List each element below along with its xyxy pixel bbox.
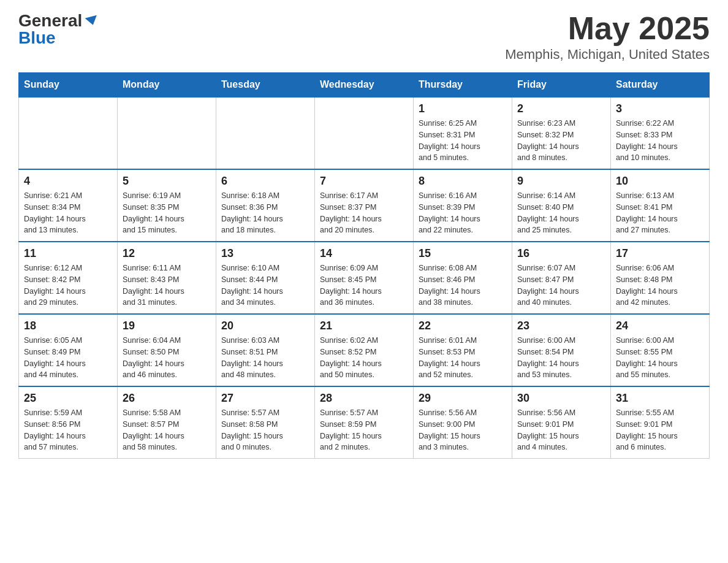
calendar-cell-6: 6Sunrise: 6:18 AM Sunset: 8:36 PM Daylig… [216, 169, 315, 242]
day-number: 26 [123, 392, 211, 405]
calendar-cell-12: 12Sunrise: 6:11 AM Sunset: 8:43 PM Dayli… [118, 242, 216, 314]
calendar-cell-1: 1Sunrise: 6:25 AM Sunset: 8:31 PM Daylig… [414, 97, 512, 169]
day-info: Sunrise: 6:06 AM Sunset: 8:48 PM Dayligh… [616, 262, 704, 308]
calendar-cell-24: 24Sunrise: 6:00 AM Sunset: 8:55 PM Dayli… [611, 314, 710, 386]
day-number: 27 [221, 392, 309, 405]
calendar-cell-empty-0-1 [118, 97, 216, 169]
logo-blue-text: Blue [18, 29, 56, 47]
day-info: Sunrise: 6:12 AM Sunset: 8:42 PM Dayligh… [24, 262, 112, 308]
calendar-cell-29: 29Sunrise: 5:56 AM Sunset: 9:00 PM Dayli… [414, 386, 512, 459]
calendar-cell-9: 9Sunrise: 6:14 AM Sunset: 8:40 PM Daylig… [512, 169, 611, 242]
day-number: 5 [123, 175, 211, 188]
day-info: Sunrise: 6:01 AM Sunset: 8:53 PM Dayligh… [419, 335, 507, 381]
calendar-cell-5: 5Sunrise: 6:19 AM Sunset: 8:35 PM Daylig… [118, 169, 216, 242]
day-number: 10 [616, 175, 704, 188]
calendar-cell-2: 2Sunrise: 6:23 AM Sunset: 8:32 PM Daylig… [512, 97, 611, 169]
week-row-4: 18Sunrise: 6:05 AM Sunset: 8:49 PM Dayli… [19, 314, 710, 386]
day-info: Sunrise: 6:16 AM Sunset: 8:39 PM Dayligh… [419, 190, 507, 236]
weekday-header-monday: Monday [118, 73, 216, 98]
day-number: 4 [24, 175, 112, 188]
day-info: Sunrise: 6:21 AM Sunset: 8:34 PM Dayligh… [24, 190, 112, 236]
day-info: Sunrise: 6:07 AM Sunset: 8:47 PM Dayligh… [517, 262, 605, 308]
weekday-header-tuesday: Tuesday [216, 73, 315, 98]
day-number: 8 [419, 175, 507, 188]
weekday-header-wednesday: Wednesday [315, 73, 414, 98]
calendar-cell-20: 20Sunrise: 6:03 AM Sunset: 8:51 PM Dayli… [216, 314, 315, 386]
day-number: 15 [419, 247, 507, 260]
weekday-header-sunday: Sunday [19, 73, 118, 98]
day-number: 13 [221, 247, 309, 260]
day-info: Sunrise: 6:14 AM Sunset: 8:40 PM Dayligh… [517, 190, 605, 236]
logo: General Blue [18, 12, 98, 47]
calendar-cell-8: 8Sunrise: 6:16 AM Sunset: 8:39 PM Daylig… [414, 169, 512, 242]
month-title: May 2025 [505, 12, 710, 44]
day-number: 18 [24, 320, 112, 332]
calendar-cell-17: 17Sunrise: 6:06 AM Sunset: 8:48 PM Dayli… [611, 242, 710, 314]
day-info: Sunrise: 6:00 AM Sunset: 8:54 PM Dayligh… [517, 335, 605, 381]
calendar-header-row: SundayMondayTuesdayWednesdayThursdayFrid… [19, 73, 710, 98]
calendar-cell-21: 21Sunrise: 6:02 AM Sunset: 8:52 PM Dayli… [315, 314, 414, 386]
day-number: 17 [616, 247, 704, 260]
calendar-table: SundayMondayTuesdayWednesdayThursdayFrid… [18, 72, 710, 459]
day-info: Sunrise: 6:04 AM Sunset: 8:50 PM Dayligh… [123, 335, 211, 381]
calendar-cell-7: 7Sunrise: 6:17 AM Sunset: 8:37 PM Daylig… [315, 169, 414, 242]
day-number: 25 [24, 392, 112, 405]
calendar-cell-empty-0-0 [19, 97, 118, 169]
calendar-cell-empty-0-3 [315, 97, 414, 169]
calendar-cell-28: 28Sunrise: 5:57 AM Sunset: 8:59 PM Dayli… [315, 386, 414, 459]
calendar-cell-18: 18Sunrise: 6:05 AM Sunset: 8:49 PM Dayli… [19, 314, 118, 386]
day-info: Sunrise: 5:59 AM Sunset: 8:56 PM Dayligh… [24, 407, 112, 453]
calendar-cell-25: 25Sunrise: 5:59 AM Sunset: 8:56 PM Dayli… [19, 386, 118, 459]
weekday-header-friday: Friday [512, 73, 611, 98]
day-number: 28 [320, 392, 408, 405]
day-number: 22 [419, 320, 507, 332]
calendar-cell-19: 19Sunrise: 6:04 AM Sunset: 8:50 PM Dayli… [118, 314, 216, 386]
day-info: Sunrise: 5:57 AM Sunset: 8:59 PM Dayligh… [320, 407, 408, 453]
day-number: 6 [221, 175, 309, 188]
day-number: 30 [517, 392, 605, 405]
location-title: Memphis, Michigan, United States [505, 47, 710, 63]
day-number: 16 [517, 247, 605, 260]
calendar-cell-10: 10Sunrise: 6:13 AM Sunset: 8:41 PM Dayli… [611, 169, 710, 242]
week-row-1: 1Sunrise: 6:25 AM Sunset: 8:31 PM Daylig… [19, 97, 710, 169]
day-info: Sunrise: 6:18 AM Sunset: 8:36 PM Dayligh… [221, 190, 309, 236]
day-number: 31 [616, 392, 704, 405]
calendar-cell-15: 15Sunrise: 6:08 AM Sunset: 8:46 PM Dayli… [414, 242, 512, 314]
week-row-2: 4Sunrise: 6:21 AM Sunset: 8:34 PM Daylig… [19, 169, 710, 242]
logo-general-text: General [18, 12, 82, 29]
day-info: Sunrise: 6:02 AM Sunset: 8:52 PM Dayligh… [320, 335, 408, 381]
calendar-cell-empty-0-2 [216, 97, 315, 169]
calendar-cell-27: 27Sunrise: 5:57 AM Sunset: 8:58 PM Dayli… [216, 386, 315, 459]
day-number: 12 [123, 247, 211, 260]
title-block: May 2025 Memphis, Michigan, United State… [505, 12, 710, 63]
week-row-3: 11Sunrise: 6:12 AM Sunset: 8:42 PM Dayli… [19, 242, 710, 314]
weekday-header-saturday: Saturday [611, 73, 710, 98]
day-info: Sunrise: 5:58 AM Sunset: 8:57 PM Dayligh… [123, 407, 211, 453]
calendar-cell-23: 23Sunrise: 6:00 AM Sunset: 8:54 PM Dayli… [512, 314, 611, 386]
day-number: 2 [517, 102, 605, 115]
calendar-cell-26: 26Sunrise: 5:58 AM Sunset: 8:57 PM Dayli… [118, 386, 216, 459]
day-number: 19 [123, 320, 211, 332]
day-number: 21 [320, 320, 408, 332]
day-number: 29 [419, 392, 507, 405]
day-info: Sunrise: 6:19 AM Sunset: 8:35 PM Dayligh… [123, 190, 211, 236]
day-info: Sunrise: 5:55 AM Sunset: 9:01 PM Dayligh… [616, 407, 704, 453]
day-info: Sunrise: 6:10 AM Sunset: 8:44 PM Dayligh… [221, 262, 309, 308]
weekday-header-thursday: Thursday [414, 73, 512, 98]
day-number: 14 [320, 247, 408, 260]
calendar-cell-14: 14Sunrise: 6:09 AM Sunset: 8:45 PM Dayli… [315, 242, 414, 314]
day-number: 9 [517, 175, 605, 188]
day-number: 24 [616, 320, 704, 332]
day-info: Sunrise: 6:17 AM Sunset: 8:37 PM Dayligh… [320, 190, 408, 236]
calendar-cell-30: 30Sunrise: 5:56 AM Sunset: 9:01 PM Dayli… [512, 386, 611, 459]
day-info: Sunrise: 5:56 AM Sunset: 9:01 PM Dayligh… [517, 407, 605, 453]
day-info: Sunrise: 5:57 AM Sunset: 8:58 PM Dayligh… [221, 407, 309, 453]
day-number: 1 [419, 102, 507, 115]
day-info: Sunrise: 6:22 AM Sunset: 8:33 PM Dayligh… [616, 118, 704, 164]
calendar-cell-31: 31Sunrise: 5:55 AM Sunset: 9:01 PM Dayli… [611, 386, 710, 459]
calendar-cell-13: 13Sunrise: 6:10 AM Sunset: 8:44 PM Dayli… [216, 242, 315, 314]
calendar-cell-11: 11Sunrise: 6:12 AM Sunset: 8:42 PM Dayli… [19, 242, 118, 314]
day-info: Sunrise: 6:09 AM Sunset: 8:45 PM Dayligh… [320, 262, 408, 308]
day-number: 20 [221, 320, 309, 332]
day-info: Sunrise: 6:03 AM Sunset: 8:51 PM Dayligh… [221, 335, 309, 381]
